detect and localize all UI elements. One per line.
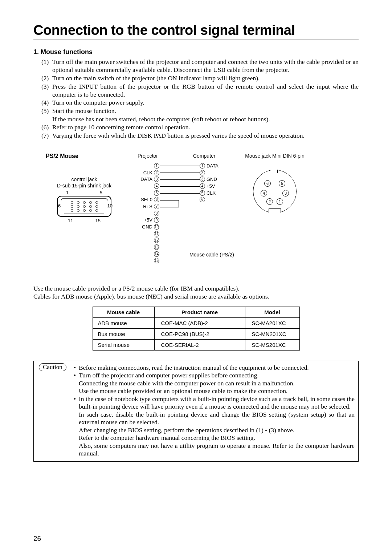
pin-num: 11 [68, 218, 73, 223]
pin-item: 6 [200, 197, 221, 203]
table-row: ADB mouseCOE-MAC (ADB)-2SC-MA201XC [93, 317, 299, 328]
pin-item: 5CLK [200, 190, 221, 196]
wire [179, 200, 179, 207]
pin-item: 11 [138, 231, 159, 237]
table-header: Product name [154, 307, 245, 317]
step-subline: If the mouse has not been started, reboo… [41, 116, 359, 123]
table-header: Mouse cable [93, 307, 154, 317]
pin-item: CLK2 [138, 169, 159, 175]
mouse-jack-title: Mouse jack Mini DIN 6-pin [242, 153, 307, 159]
pin-item: 5 [138, 190, 159, 196]
ps2-mouse-label: PS/2 Mouse [46, 153, 78, 159]
table-cell: COE-MAC (ADB)-2 [154, 317, 245, 328]
table-row: Bus mouseCOE-PC98 (BUS)-2SC-MN201XC [93, 328, 299, 339]
wire [160, 193, 200, 194]
table-cell: COE-SERIAL-2 [154, 339, 245, 350]
wire [160, 166, 200, 166]
pin-num: 1 [66, 190, 69, 195]
caution-line: Connecting the mouse cable with the comp… [74, 380, 355, 388]
control-jack-label: control jack D-sub 15-pin shrink jack [44, 177, 124, 189]
pin-item: 8 [138, 210, 159, 216]
page-title: Connection to the control signal termina… [33, 23, 359, 38]
step-item: (4)Turn on the computer power supply. [41, 99, 359, 107]
projector-pin-column: 1CLK2DATA345SEL06RTS78+5V9GND10111213141… [138, 163, 159, 264]
pin-item: DATA3 [138, 176, 159, 182]
caution-line: Also, some computers may not have a util… [74, 442, 355, 458]
step-item: (7)Varying the force with which the DISK… [41, 132, 359, 140]
caution-line: After changing the BIOS setting, perform… [74, 426, 355, 434]
pin-item: 12 [138, 237, 159, 243]
din-pin: 6 [264, 180, 271, 187]
step-item: (1)Turn off the main power switches of t… [41, 58, 359, 74]
pin-item: 1DATA [200, 163, 221, 169]
din-pin: 2 [266, 198, 273, 205]
caution-line: Before making connections, read the inst… [74, 364, 355, 372]
pin-item: +5V9 [138, 217, 159, 223]
pin-num: 5 [100, 190, 102, 195]
note-line: Use the mouse cable provided or a PS/2 m… [33, 285, 359, 293]
table-cell: SC-MS201XC [245, 339, 299, 350]
table-cell: COE-PC98 (BUS)-2 [154, 328, 245, 339]
wire [160, 173, 200, 173]
caution-line: Refer to the computer hardware manual co… [74, 434, 355, 442]
table-header: Model [245, 307, 299, 317]
table-cell: Serial mouse [93, 339, 154, 350]
notes-block: Use the mouse cable provided or a PS/2 m… [33, 285, 359, 301]
table-cell: Bus mouse [93, 328, 154, 339]
step-item: (5)Start the mouse function. [41, 107, 359, 115]
dsub-connector: control jack D-sub 15-pin shrink jack 1 … [44, 177, 124, 217]
din-pin: 5 [279, 180, 285, 187]
table-cell: ADB mouse [93, 317, 154, 328]
pin-item: 14 [138, 251, 159, 257]
steps-list: (1)Turn off the main power switches of t… [33, 58, 359, 140]
pin-item: 4 [138, 183, 159, 189]
pin-item: 13 [138, 244, 159, 250]
wiring-diagram: PS/2 Mouse control jack D-sub 15-pin shr… [33, 153, 359, 275]
din-pin: 1 [277, 198, 283, 205]
caution-line: Turn off the projector and computer powe… [74, 372, 355, 380]
section-heading: 1. Mouse functions [33, 48, 359, 56]
pin-item: 1 [138, 163, 159, 169]
step-item: (3)Press the INPUT button of the project… [41, 83, 359, 99]
mouse-cable-label: Mouse cable (PS/2) [189, 252, 234, 258]
wire [160, 186, 200, 187]
caution-label: Caution [39, 363, 66, 372]
pin-item: RTS7 [138, 203, 159, 210]
note-line: Cables for ADB mouse (Apple), bus mouse … [33, 293, 359, 301]
wire [160, 179, 200, 180]
pin-num: 15 [95, 218, 101, 223]
page-number: 26 [33, 535, 41, 543]
pin-item: 15 [138, 258, 159, 264]
pin-item: GND10 [138, 224, 159, 230]
step-item: (2)Turn on the main switch of the projec… [41, 74, 359, 82]
pin-item: 2 [200, 169, 221, 175]
wire [160, 207, 179, 207]
mouse-cable-table: Mouse cable Product name Model ADB mouse… [93, 307, 300, 351]
mini-din-connector: 6 5 4 3 2 1 [244, 170, 306, 213]
caution-line: In such case, disable the built-in point… [74, 411, 355, 426]
pin-item: SEL06 [138, 197, 159, 203]
step-item: (6)Refer to page 10 concerning remote co… [41, 123, 359, 131]
table-cell: SC-MN201XC [245, 328, 299, 339]
table-cell: SC-MA201XC [245, 317, 299, 328]
table-row: Serial mouseCOE-SERIAL-2SC-MS201XC [93, 339, 299, 350]
wire [160, 200, 179, 200]
caution-line: Use the mouse cable provided or an optio… [74, 387, 355, 395]
caution-line: In the case of notebook type computers w… [74, 395, 355, 411]
din-pin: 3 [282, 190, 289, 197]
projector-col-title: Projector [138, 153, 158, 159]
caution-box: Caution Before making connections, read … [33, 361, 359, 462]
pin-item: 3GND [200, 176, 221, 182]
din-pin: 4 [261, 190, 267, 197]
computer-pin-column: 1DATA23GND4+5V5CLK6 [200, 163, 221, 203]
pin-item: 4+5V [200, 183, 221, 189]
title-rule [33, 40, 359, 40]
computer-col-title: Computer [193, 153, 215, 159]
